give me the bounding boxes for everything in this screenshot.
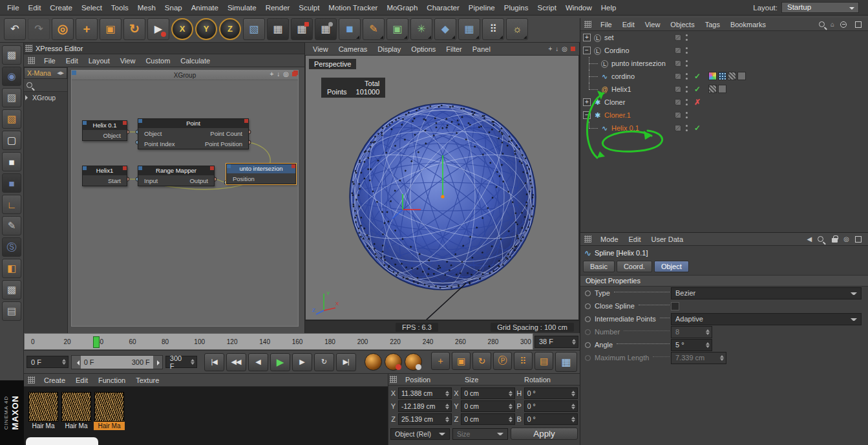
port-label[interactable]: Position [233, 175, 255, 182]
port-label[interactable]: Object [103, 132, 121, 139]
enable-toggle-icon[interactable]: ✓ [693, 72, 702, 81]
menu-item[interactable]: MoGraph [382, 1, 422, 14]
menu-item[interactable]: Create [39, 375, 70, 385]
loop-icon[interactable]: ↻ [314, 353, 334, 371]
material-thumbnail[interactable] [94, 392, 124, 422]
menu-item[interactable]: Edit [617, 19, 640, 30]
layer-toggle-icon[interactable] [675, 99, 681, 105]
record-rotation-icon[interactable]: ↻ [472, 352, 491, 370]
panel-handle-icon[interactable] [28, 376, 35, 384]
menu-item[interactable]: Objects [665, 19, 699, 30]
material-item-selected[interactable]: Hair Ma [94, 392, 125, 430]
volume-icon[interactable]: ◆ [434, 18, 456, 40]
scene-nodes-icon[interactable]: ▦ [458, 18, 480, 40]
range-right-cap-icon[interactable] [153, 356, 162, 369]
menu-item[interactable]: Cameras [333, 44, 373, 54]
xgroup-tree-item[interactable]: XGroup [24, 92, 67, 103]
panel-handle-icon[interactable] [390, 376, 397, 383]
size-input[interactable]: 0 cm [461, 400, 514, 412]
paint-icon[interactable]: ◧ [2, 259, 21, 278]
lock-icon[interactable] [832, 238, 838, 243]
object-row-cordino-parent[interactable]: − Cordino [580, 44, 868, 57]
material-item[interactable]: Hair Ma [28, 392, 59, 430]
texture-mode-icon[interactable]: ■ [2, 173, 21, 193]
object-row-cloner[interactable]: + Cloner ✗ [580, 96, 868, 109]
frame-icon[interactable] [855, 21, 862, 28]
layer-toggle-icon[interactable] [675, 34, 681, 41]
material-item[interactable]: Hair Ma [61, 392, 92, 430]
layer-toggle-icon[interactable] [675, 60, 681, 67]
port-label[interactable]: Point Count [210, 130, 242, 137]
simulate-icon[interactable]: ✳ [410, 18, 432, 40]
tab-scroll-arrows-icon[interactable]: ◀▶ [57, 71, 64, 76]
range-start-input[interactable]: 0 F [26, 356, 69, 368]
menu-item[interactable]: Edit [24, 1, 46, 14]
object-properties-header[interactable]: Object Properties [580, 275, 868, 287]
uv-mode-icon[interactable]: ✎ [2, 216, 21, 235]
menu-item[interactable]: Tools [107, 1, 133, 14]
spline-sphere-object[interactable] [346, 100, 540, 295]
visibility-dots-icon[interactable] [686, 47, 688, 49]
xpresso-canvas[interactable]: XGroup + ↓ ◎ [68, 67, 304, 333]
anim-dot-icon[interactable] [585, 303, 591, 309]
lock-y-axis-icon[interactable]: Y [195, 18, 217, 40]
menu-item[interactable]: Window [561, 1, 597, 14]
port-label[interactable]: Input [144, 177, 158, 184]
xgroup-title[interactable]: XGroup [72, 71, 298, 80]
visibility-dots-icon[interactable] [686, 34, 688, 36]
model-mode-icon[interactable]: ■ [2, 152, 21, 171]
intermediate-points-dropdown[interactable]: Adaptive [671, 313, 862, 325]
menu-item[interactable]: Edit [624, 234, 646, 244]
menu-item[interactable]: Animate [187, 1, 223, 14]
rotate-view-icon[interactable]: ◎ [562, 45, 567, 52]
autokey-icon[interactable]: ▤ [535, 352, 553, 370]
content-browser-icon[interactable]: ▦ [555, 352, 577, 372]
frame-icon[interactable] [855, 236, 862, 243]
tab-basic[interactable]: Basic [583, 261, 615, 272]
layer-toggle-icon[interactable] [675, 47, 681, 54]
vertex-map-tag-icon[interactable] [718, 72, 726, 80]
anim-dot-icon[interactable] [585, 342, 591, 348]
menu-item[interactable]: Select [77, 1, 107, 14]
lock-z-axis-icon[interactable]: Z [219, 18, 241, 40]
render-view-icon[interactable]: ▦ [267, 18, 289, 40]
zoom-view-icon[interactable]: ↓ [555, 45, 558, 52]
visibility-dots-icon[interactable] [686, 73, 688, 75]
menu-item[interactable]: Render [261, 1, 295, 14]
enable-toggle-icon[interactable]: ✗ [693, 98, 702, 107]
menu-item[interactable]: Mode [595, 234, 624, 244]
texture-tag-icon[interactable] [718, 85, 726, 93]
port-label[interactable]: Point Position [205, 140, 242, 147]
record-position-icon[interactable]: + [431, 352, 450, 370]
toggle-panel-icon[interactable] [571, 47, 575, 51]
menu-item[interactable]: Display [372, 44, 406, 54]
node-helix1[interactable]: Helix1 Start [82, 166, 127, 186]
next-frame-icon[interactable]: ▶ [292, 353, 312, 371]
menu-item[interactable]: Character [422, 1, 464, 14]
rotate-icon[interactable]: ↻ [123, 18, 145, 40]
history-back-icon[interactable]: ◀ [807, 235, 812, 243]
rotation-input[interactable]: 0 ° [524, 387, 578, 399]
menu-item[interactable]: Motion Tracker [324, 1, 382, 14]
anim-dot-icon[interactable] [585, 290, 591, 296]
object-row-punto-intersezion[interactable]: punto intersezion [580, 57, 868, 70]
play-forwards-icon[interactable]: ▶ [270, 353, 290, 371]
visibility-dots-icon[interactable] [686, 112, 688, 114]
object-row-set[interactable]: + set [580, 31, 868, 44]
menu-item[interactable]: Tags [700, 19, 725, 30]
panel-handle-icon[interactable] [28, 57, 35, 64]
particle-tag-icon[interactable] [708, 72, 717, 80]
port-label[interactable]: Point Index [144, 140, 175, 147]
expander-icon[interactable]: − [583, 111, 591, 119]
record-parameter-icon[interactable]: Ⓟ [493, 352, 512, 370]
object-row-cordino[interactable]: cordino ✓ [580, 70, 868, 83]
phong-tag-icon[interactable] [728, 72, 736, 80]
visibility-dots-icon[interactable] [686, 99, 688, 101]
enable-toggle-icon[interactable]: ✓ [693, 85, 702, 94]
menu-item[interactable]: Texture [131, 375, 164, 385]
light-icon[interactable]: ☼ [506, 18, 528, 40]
live-selection-icon[interactable]: ◎ [52, 18, 74, 40]
rotation-input[interactable]: 0 ° [524, 400, 578, 412]
node-range-mapper[interactable]: Range Mapper InputOutput [138, 166, 215, 186]
xpresso-titlebar[interactable]: XPresso Editor [24, 43, 304, 54]
